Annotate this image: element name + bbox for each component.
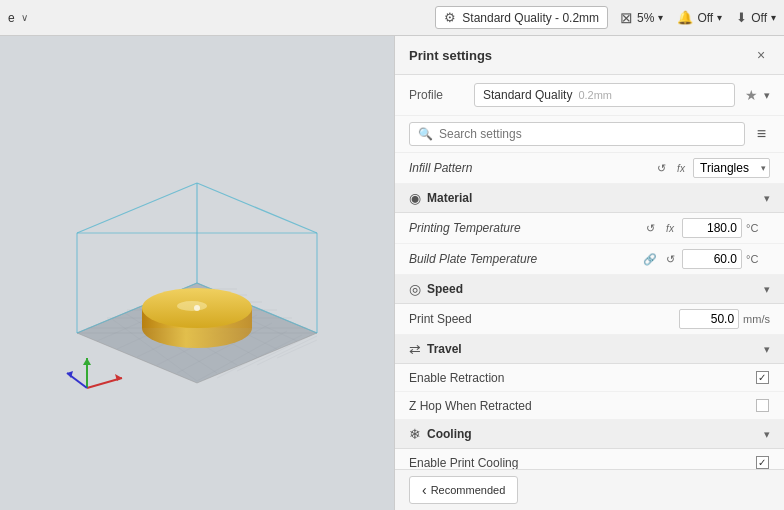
- search-row: 🔍 ≡: [395, 116, 784, 153]
- recommended-label: Recommended: [431, 484, 506, 496]
- search-icon: 🔍: [418, 127, 433, 141]
- infill-reset-icon[interactable]: ↺: [653, 160, 669, 176]
- speed-chevron-icon: ▾: [764, 283, 770, 296]
- enable-cooling-row: Enable Print Cooling ✓: [395, 449, 784, 469]
- build-plate-link-icon[interactable]: 🔗: [642, 251, 658, 267]
- profile-row: Profile Standard Quality 0.2mm ★ ▾: [395, 75, 784, 116]
- action-download[interactable]: ⬇ Off ▾: [736, 10, 776, 25]
- z-hop-row: Z Hop When Retracted: [395, 392, 784, 420]
- z-hop-controls: [754, 398, 770, 414]
- build-plate-label: Build Plate Temperature: [409, 252, 642, 266]
- menu-icon[interactable]: ≡: [753, 123, 770, 145]
- recommended-button[interactable]: ‹ Recommended: [409, 476, 518, 504]
- print-speed-unit: mm/s: [743, 313, 770, 325]
- cooling-icon: ❄: [409, 426, 421, 442]
- enable-retraction-label: Enable Retraction: [409, 371, 754, 385]
- adhesion-icon: 🔔: [677, 10, 693, 25]
- svg-point-38: [194, 305, 200, 311]
- cooling-chevron-icon: ▾: [764, 428, 770, 441]
- top-bar: e ∨ ⚙ Standard Quality - 0.2mm ⊠ 5% ▾ 🔔 …: [0, 0, 784, 36]
- travel-icon: ⇄: [409, 341, 421, 357]
- search-input[interactable]: [439, 127, 736, 141]
- profile-dropdown-icon[interactable]: ▾: [764, 89, 770, 102]
- print-speed-input[interactable]: [679, 309, 739, 329]
- printing-temp-controls: ↺ fx °C: [642, 218, 770, 238]
- panel-title: Print settings: [409, 48, 492, 63]
- infill-pattern-label: Infill Pattern: [409, 161, 653, 175]
- cooling-section-header[interactable]: ❄ Cooling ▾: [395, 420, 784, 449]
- recommended-arrow-icon: ‹: [422, 482, 427, 498]
- infill-formula-icon[interactable]: fx: [673, 160, 689, 176]
- print-speed-controls: mm/s: [679, 309, 770, 329]
- build-plate-input[interactable]: [682, 249, 742, 269]
- support-label: 5%: [637, 11, 654, 25]
- z-hop-checkbox[interactable]: [754, 398, 770, 414]
- printing-temp-unit: °C: [746, 222, 770, 234]
- top-bar-actions: ⊠ 5% ▾ 🔔 Off ▾ ⬇ Off ▾: [620, 9, 776, 27]
- speed-icon: ◎: [409, 281, 421, 297]
- travel-section-header[interactable]: ⇄ Travel ▾: [395, 335, 784, 364]
- infill-pattern-select[interactable]: Triangles Grid Lines: [693, 158, 770, 178]
- action-support[interactable]: ⊠ 5% ▾: [620, 9, 663, 27]
- viewport-canvas: [0, 36, 394, 510]
- enable-cooling-controls: ✓: [754, 455, 770, 470]
- infill-pattern-select-wrap: Triangles Grid Lines ▾: [693, 158, 770, 178]
- build-plate-controls: 🔗 ↺ °C: [642, 249, 770, 269]
- adhesion-dropdown[interactable]: ▾: [717, 12, 722, 23]
- viewport: [0, 36, 394, 510]
- quality-label: Standard Quality - 0.2mm: [462, 11, 599, 25]
- enable-retraction-row: Enable Retraction ✓: [395, 364, 784, 392]
- svg-line-27: [77, 183, 197, 233]
- profile-name: Standard Quality: [483, 88, 572, 102]
- adhesion-label: Off: [697, 11, 713, 25]
- support-icon: ⊠: [620, 9, 633, 27]
- infill-pattern-controls: ↺ fx Triangles Grid Lines ▾: [653, 158, 770, 178]
- svg-marker-43: [83, 358, 91, 365]
- speed-section-title: Speed: [427, 282, 764, 296]
- action-adhesion[interactable]: 🔔 Off ▾: [677, 10, 722, 25]
- svg-line-28: [197, 183, 317, 233]
- support-dropdown[interactable]: ▾: [658, 12, 663, 23]
- enable-cooling-checkbox[interactable]: ✓: [754, 455, 770, 470]
- profile-actions: ★ ▾: [745, 87, 770, 103]
- close-button[interactable]: ×: [752, 46, 770, 64]
- panel-header: Print settings ×: [395, 36, 784, 75]
- cooling-check-icon: ✓: [756, 456, 769, 469]
- profile-star-icon[interactable]: ★: [745, 87, 758, 103]
- download-dropdown[interactable]: ▾: [771, 12, 776, 23]
- download-label: Off: [751, 11, 767, 25]
- printing-temp-label: Printing Temperature: [409, 221, 642, 235]
- profile-select-dropdown[interactable]: Standard Quality 0.2mm: [474, 83, 735, 107]
- settings-content: Infill Pattern ↺ fx Triangles Grid Lines…: [395, 153, 784, 469]
- build-plate-row: Build Plate Temperature 🔗 ↺ °C: [395, 244, 784, 275]
- download-icon: ⬇: [736, 10, 747, 25]
- svg-point-37: [177, 301, 207, 311]
- retraction-check-icon: ✓: [756, 371, 769, 384]
- enable-retraction-checkbox[interactable]: ✓: [754, 370, 770, 386]
- z-hop-empty-box: [756, 399, 769, 412]
- enable-cooling-label: Enable Print Cooling: [409, 456, 754, 470]
- main-content: Print settings × Profile Standard Qualit…: [0, 36, 784, 510]
- enable-retraction-controls: ✓: [754, 370, 770, 386]
- profile-sub: 0.2mm: [578, 89, 612, 101]
- material-chevron-icon: ▾: [764, 192, 770, 205]
- material-icon: ◉: [409, 190, 421, 206]
- printing-temp-row: Printing Temperature ↺ fx °C: [395, 213, 784, 244]
- travel-chevron-icon: ▾: [764, 343, 770, 356]
- profile-label: Profile: [409, 88, 464, 102]
- top-bar-dropdown-arrow[interactable]: ∨: [21, 12, 28, 23]
- build-plate-reset-icon[interactable]: ↺: [662, 251, 678, 267]
- build-plate-unit: °C: [746, 253, 770, 265]
- quality-selector[interactable]: ⚙ Standard Quality - 0.2mm: [435, 6, 608, 29]
- z-hop-label: Z Hop When Retracted: [409, 399, 754, 413]
- printing-temp-input[interactable]: [682, 218, 742, 238]
- quality-icon: ⚙: [444, 10, 456, 25]
- printing-temp-formula-icon[interactable]: fx: [662, 220, 678, 236]
- 3d-scene: [27, 103, 367, 443]
- material-section-header[interactable]: ◉ Material ▾: [395, 184, 784, 213]
- speed-section-header[interactable]: ◎ Speed ▾: [395, 275, 784, 304]
- printing-temp-reset-icon[interactable]: ↺: [642, 220, 658, 236]
- settings-panel: Print settings × Profile Standard Qualit…: [394, 36, 784, 510]
- print-speed-label: Print Speed: [409, 312, 679, 326]
- top-bar-left: e ∨: [8, 11, 423, 25]
